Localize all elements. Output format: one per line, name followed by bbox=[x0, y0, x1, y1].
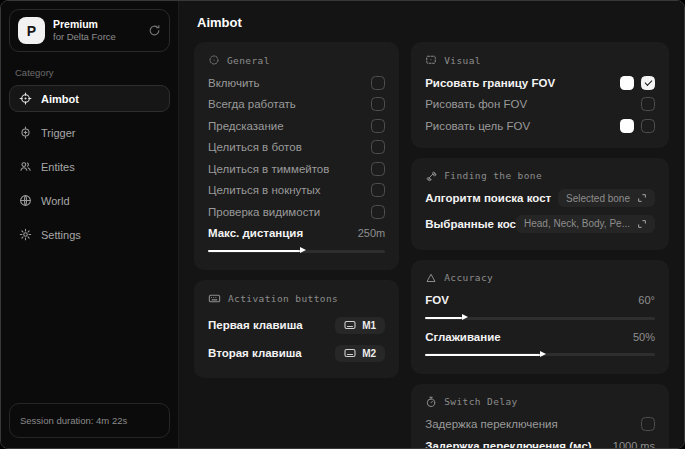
setting-row-max-distance: Макс. дистанция 250m bbox=[208, 223, 385, 245]
app-window: P Premium for Delta Force Category Aimb bbox=[0, 0, 685, 449]
sidebar-item-label: Entites bbox=[41, 161, 75, 173]
second-key-bind-button[interactable]: M2 bbox=[335, 345, 385, 362]
max-distance-value: 250m bbox=[358, 227, 386, 239]
setting-row-visibility-check: Проверка видимости bbox=[208, 201, 385, 223]
fov-value: 60° bbox=[638, 294, 655, 306]
sidebar-item-entites[interactable]: Entites bbox=[9, 153, 170, 180]
sidebar-nav: Aimbot Trigger Entites bbox=[9, 85, 170, 248]
triangle-icon bbox=[425, 272, 437, 284]
target-bots-checkbox[interactable] bbox=[371, 140, 385, 154]
setting-row-second-key: Вторая клавиша M2 bbox=[208, 339, 385, 367]
setting-row-first-key: Первая клавиша M1 bbox=[208, 311, 385, 339]
setting-label: FOV bbox=[425, 294, 630, 306]
setting-row-enable: Включить bbox=[208, 72, 385, 94]
setting-label: Рисовать границу FOV bbox=[425, 77, 612, 89]
right-column: Visual Рисовать границу FOV Рисовать фон… bbox=[411, 42, 669, 448]
fov-slider[interactable] bbox=[425, 314, 655, 322]
sidebar-item-trigger[interactable]: Trigger bbox=[9, 119, 170, 146]
bone-panel-header: Finding the bone bbox=[425, 170, 655, 182]
slider-fill bbox=[425, 354, 540, 356]
visibility-check-checkbox[interactable] bbox=[371, 205, 385, 219]
bone-algorithm-dropdown[interactable]: Selected bone bbox=[558, 189, 655, 207]
session-duration-label: Session duration: 4m 22s bbox=[20, 415, 127, 426]
fov-target-color-swatch[interactable] bbox=[620, 119, 634, 133]
globe-icon bbox=[19, 194, 32, 207]
enable-checkbox[interactable] bbox=[371, 76, 385, 90]
switch-delay-checkbox[interactable] bbox=[641, 417, 655, 431]
setting-row-switch-delay-enable: Задержка переключения bbox=[425, 414, 655, 436]
visual-panel-header: Visual bbox=[425, 54, 655, 66]
smoothing-value: 50% bbox=[633, 331, 655, 343]
activation-buttons-panel: Activation buttons Первая клавиша M1 bbox=[194, 280, 399, 378]
selected-bones-dropdown[interactable]: Head, Neck, Body, Pe... bbox=[516, 215, 655, 233]
accuracy-panel-header: Accuracy bbox=[425, 272, 655, 284]
setting-label: Целиться в ботов bbox=[208, 141, 371, 153]
always-work-checkbox[interactable] bbox=[371, 97, 385, 111]
first-key-bind-button[interactable]: M1 bbox=[335, 317, 385, 334]
expand-icon bbox=[637, 193, 647, 203]
panel-title: Activation buttons bbox=[228, 293, 338, 304]
refresh-icon[interactable] bbox=[148, 24, 161, 37]
sidebar-item-settings[interactable]: Settings bbox=[9, 221, 170, 248]
page-title: Aimbot bbox=[197, 15, 669, 30]
sidebar-item-world[interactable]: World bbox=[9, 187, 170, 214]
gear-icon bbox=[19, 228, 32, 241]
category-label: Category bbox=[15, 67, 164, 78]
entities-icon bbox=[19, 160, 32, 173]
main-content: Aimbot General Включить bbox=[179, 1, 684, 448]
setting-label: Предсказание bbox=[208, 120, 371, 132]
general-panel: General Включить Всегда работать Предска… bbox=[194, 42, 399, 270]
draw-fov-background-checkbox[interactable] bbox=[641, 97, 655, 111]
key-label: M2 bbox=[362, 348, 376, 359]
setting-label: Целиться в нокнутых bbox=[208, 184, 371, 196]
draw-fov-target-checkbox[interactable] bbox=[641, 119, 655, 133]
target-knocked-checkbox[interactable] bbox=[371, 183, 385, 197]
setting-label: Вторая клавиша bbox=[208, 347, 335, 359]
expand-icon bbox=[637, 219, 647, 229]
setting-label: Выбранные кос bbox=[425, 218, 516, 230]
target-teammates-checkbox[interactable] bbox=[371, 162, 385, 176]
slider-fill bbox=[208, 250, 300, 252]
setting-row-always-work: Всегда работать bbox=[208, 94, 385, 116]
sidebar: P Premium for Delta Force Category Aimb bbox=[1, 1, 179, 448]
setting-row-selected-bones: Выбранные кос Head, Neck, Body, Pe... bbox=[425, 213, 655, 235]
setting-row-bone-algorithm: Алгоритм поиска кост Selected bone bbox=[425, 188, 655, 210]
activation-panel-header: Activation buttons bbox=[208, 292, 385, 305]
trigger-crosshair-icon bbox=[19, 126, 32, 139]
panel-title: Switch Delay bbox=[444, 396, 517, 407]
fov-border-color-swatch[interactable] bbox=[620, 76, 634, 90]
switch-delay-panel-header: Switch Delay bbox=[425, 396, 655, 408]
max-distance-slider[interactable] bbox=[208, 247, 385, 255]
smoothing-slider[interactable] bbox=[425, 351, 655, 359]
setting-label: Макс. дистанция bbox=[208, 227, 350, 239]
setting-label: Сглаживание bbox=[425, 331, 625, 343]
sidebar-item-aimbot[interactable]: Aimbot bbox=[9, 85, 170, 112]
setting-label: Первая клавиша bbox=[208, 319, 335, 331]
setting-label: Задержка переключения (мс) bbox=[425, 440, 605, 448]
setting-row-switch-delay-ms: Задержка переключения (мс) 1000 ms bbox=[425, 435, 655, 448]
sidebar-item-label: World bbox=[41, 195, 70, 207]
switch-delay-value: 1000 ms bbox=[613, 440, 655, 448]
keyboard-icon bbox=[344, 348, 356, 358]
setting-row-target-bots: Целиться в ботов bbox=[208, 137, 385, 159]
draw-fov-border-checkbox[interactable] bbox=[641, 76, 655, 90]
left-column: General Включить Всегда работать Предска… bbox=[194, 42, 399, 378]
sidebar-item-label: Settings bbox=[41, 229, 81, 241]
setting-label: Рисовать фон FOV bbox=[425, 98, 633, 110]
setting-row-draw-fov-background: Рисовать фон FOV bbox=[425, 94, 655, 116]
setting-label: Целиться в тиммейтов bbox=[208, 163, 371, 175]
product-name: Premium bbox=[53, 18, 116, 31]
setting-label: Алгоритм поиска кост bbox=[425, 192, 558, 204]
sidebar-item-label: Trigger bbox=[41, 127, 75, 139]
switch-delay-panel: Switch Delay Задержка переключения Задер… bbox=[411, 384, 669, 449]
keyboard-icon bbox=[208, 292, 221, 305]
setting-label: Рисовать цель FOV bbox=[425, 120, 612, 132]
general-panel-header: General bbox=[208, 54, 385, 66]
prediction-checkbox[interactable] bbox=[371, 119, 385, 133]
timer-icon bbox=[425, 396, 437, 408]
finding-the-bone-panel: Finding the bone Алгоритм поиска кост Se… bbox=[411, 158, 669, 250]
key-label: M1 bbox=[362, 320, 376, 331]
crosshair-icon bbox=[208, 54, 220, 66]
setting-label: Всегда работать bbox=[208, 98, 371, 110]
setting-row-smoothing: Сглаживание 50% bbox=[425, 326, 655, 348]
